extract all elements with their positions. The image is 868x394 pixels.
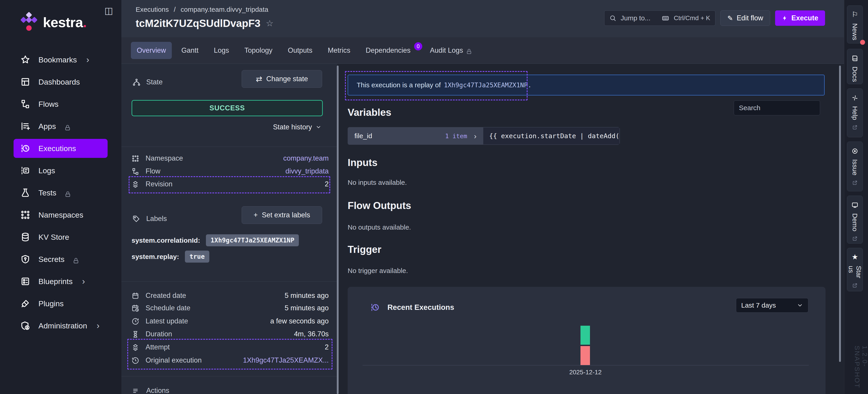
schedule-date-value: 5 minutes ago (285, 304, 329, 312)
date-range-value: Last 7 days (741, 302, 776, 309)
sidebar-item-label: Logs (38, 166, 55, 175)
jump-to-search[interactable]: Jump to... Ctrl/Cmd + K (604, 10, 715, 26)
kestra-app: ◫ kestra. Bookmarks › Dashboards Flows (0, 0, 868, 394)
variable-value-cell[interactable]: {{ execution.startDate | dateAdd(-3, 'MO… (483, 127, 620, 145)
change-state-button[interactable]: ⇄ Change state (242, 70, 322, 88)
tab-overview[interactable]: Overview (131, 42, 172, 59)
original-execution-link[interactable]: 1Xh9gc47TJa25XEAMZX... (243, 356, 329, 364)
chevron-down-icon (315, 124, 321, 130)
external-link-icon (852, 125, 858, 130)
variable-row-file-id[interactable]: file_id 1 item › {{ execution.startDate … (348, 127, 620, 145)
external-link-icon (852, 236, 858, 241)
header-controls: Jump to... Ctrl/Cmd + K ✎ Edit flow Exec… (604, 10, 825, 26)
favorite-star-icon[interactable]: ☆ (266, 18, 274, 28)
star-icon: ★ (852, 253, 858, 261)
execute-button[interactable]: Execute (775, 10, 825, 26)
recent-executions-card: Recent Executions Last 7 days 2025-12-12 (348, 287, 826, 394)
state-label: State (146, 78, 162, 86)
bar-success[interactable] (581, 326, 590, 345)
label-pair-row: system.correlationId: 1Xh9gc47TJa25XEAMZ… (131, 234, 299, 246)
lock-icon (466, 47, 473, 54)
chevron-right-icon[interactable]: › (474, 132, 476, 141)
label-key: system.replay: (131, 253, 179, 261)
rail-tab-star-us[interactable]: ★ Star us (847, 248, 863, 291)
date-range-select[interactable]: Last 7 days (736, 298, 808, 312)
flow-tree-icon (131, 167, 140, 176)
sidebar-item-tests[interactable]: Tests (13, 183, 107, 202)
replay-banner-id[interactable]: 1Xh9gc47TJa25XEAMZX1NP. (444, 82, 532, 89)
rail-tab-news[interactable]: ⚐ News (847, 5, 863, 43)
tab-outputs[interactable]: Outputs (282, 42, 318, 59)
hourglass-icon (131, 330, 140, 338)
tab-topology[interactable]: Topology (239, 42, 278, 59)
bolt-icon (782, 14, 788, 22)
variable-key-cell[interactable]: file_id 1 item › (348, 127, 483, 145)
breadcrumb-executions[interactable]: Executions (135, 6, 169, 13)
variables-search[interactable] (734, 100, 820, 115)
tab-dependencies[interactable]: Dependencies 0 (360, 42, 421, 59)
sidebar-item-executions[interactable]: Executions (13, 139, 107, 158)
sidebar-item-logs[interactable]: Logs (13, 161, 107, 180)
tab-metrics[interactable]: Metrics (322, 42, 356, 59)
execution-tabs: Overview Gantt Logs Topology Outputs Met… (121, 37, 844, 64)
sidebar-item-label: Secrets (38, 255, 64, 264)
sidebar-item-administration[interactable]: Administration › (13, 316, 107, 335)
kestra-logo[interactable]: kestra. (19, 12, 87, 33)
layers-icon (131, 343, 140, 352)
sidebar-item-apps[interactable]: Apps (13, 117, 107, 136)
bar-failed[interactable] (581, 346, 590, 365)
collapse-sidebar-icon[interactable]: ◫ (104, 5, 113, 16)
flask-icon (20, 188, 30, 198)
state-history-toggle[interactable]: State history (273, 123, 321, 131)
sidebar-item-dashboards[interactable]: Dashboards (13, 72, 107, 91)
duration-row: Duration 4m, 36.70s (131, 328, 329, 341)
trigger-heading: Trigger (348, 244, 381, 255)
dots-grid-icon (20, 210, 30, 220)
rail-tab-help[interactable]: Help (847, 88, 863, 137)
edit-flow-label: Edit flow (737, 14, 763, 22)
created-date-row: Created date 5 minutes ago (131, 289, 329, 302)
trigger-empty-text: No trigger available. (348, 267, 408, 275)
brand-dot: . (83, 14, 87, 30)
left-panel-scrollbar[interactable] (337, 66, 339, 394)
replay-chip[interactable]: true (185, 251, 209, 263)
refresh-clock-icon (131, 317, 140, 326)
execution-bar-stack[interactable] (581, 326, 590, 365)
inputs-heading: Inputs (348, 157, 377, 168)
namespace-link[interactable]: company.team (283, 154, 329, 162)
edit-flow-button[interactable]: ✎ Edit flow (720, 10, 770, 26)
main-scrollbar[interactable] (839, 66, 841, 362)
inputs-empty-text: No inputs available. (348, 179, 407, 186)
actions-label: Actions (146, 387, 169, 394)
sidebar-item-label: Flows (38, 100, 59, 109)
sidebar-item-kv-store[interactable]: KV Store (13, 228, 107, 246)
search-input[interactable] (739, 104, 827, 112)
flow-link[interactable]: divvy_tripdata (285, 167, 329, 175)
tab-gantt[interactable]: Gantt (176, 42, 204, 59)
sidebar-item-namespaces[interactable]: Namespaces (13, 205, 107, 224)
breadcrumb-flow[interactable]: company.team.divvy_tripdata (181, 6, 268, 13)
sidebar-item-bookmarks[interactable]: Bookmarks › (13, 50, 107, 69)
sidebar-item-label: Tests (38, 188, 56, 197)
correlation-id-chip[interactable]: 1Xh9gc47TJa25XEAMZX1NP (206, 234, 299, 246)
state-machine-icon (132, 78, 141, 86)
sidebar-item-blueprints[interactable]: Blueprints › (13, 272, 107, 291)
sidebar-item-flows[interactable]: Flows (13, 95, 107, 114)
plug-icon (20, 299, 30, 308)
attempt-value: 2 (325, 343, 329, 351)
rail-tab-issue[interactable]: Issue (847, 142, 863, 191)
chart-x-tick-label: 2025-12-12 (563, 369, 608, 376)
breadcrumb-separator: / (174, 6, 176, 13)
sidebar-item-secrets[interactable]: Secrets (13, 250, 107, 269)
dots-grid-icon (131, 154, 140, 162)
replay-banner-text: This execution is a replay of (357, 81, 441, 89)
labels-header-row: Labels (132, 214, 167, 223)
set-extra-labels-button[interactable]: + Set extra labels (242, 206, 322, 224)
blueprints-icon (20, 276, 30, 286)
rail-tab-demo[interactable]: Demo (847, 195, 863, 244)
dashboard-grid-icon (20, 77, 30, 87)
tab-audit-logs[interactable]: Audit Logs (424, 42, 478, 59)
tab-logs[interactable]: Logs (208, 42, 235, 59)
rail-tab-docs[interactable]: Docs (847, 49, 863, 84)
sidebar-item-plugins[interactable]: Plugins (13, 294, 107, 313)
